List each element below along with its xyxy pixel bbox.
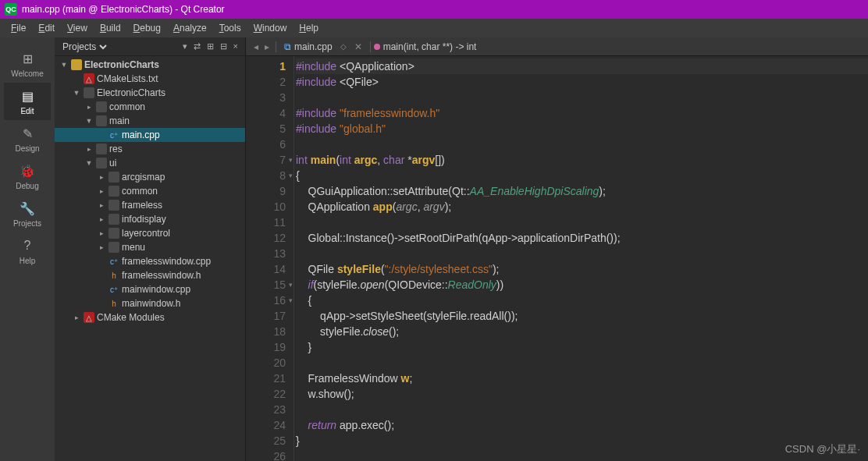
line-number[interactable]: 26 [246,449,286,461]
pane-selector[interactable]: Projects [59,41,109,53]
tree-item[interactable]: hframelesswindow.h [55,268,245,282]
code-line[interactable]: int main(int argc, char *argv[]) [296,152,868,168]
code-line[interactable] [296,246,868,261]
tree-item[interactable]: ▸res [55,142,245,156]
code-line[interactable]: FramelessWindow w; [296,371,868,386]
expand-arrow-icon[interactable]: ▸ [84,103,94,111]
fold-icon[interactable]: ▾ [289,277,293,293]
tree-item[interactable]: c⁺framelesswindow.cpp [55,254,245,268]
line-number[interactable]: 5 [246,121,286,137]
code-line[interactable]: Global::Instance()->setRootDirPath(qApp-… [296,230,868,246]
line-number[interactable]: 13 [246,246,286,261]
tree-item[interactable]: ▸arcgismap [55,170,245,184]
code-line[interactable] [296,449,868,461]
tree-item[interactable]: ▸common [55,184,245,198]
line-number[interactable]: 1 [246,59,286,74]
menu-build[interactable]: Build [94,21,127,35]
expand-arrow-icon[interactable]: ▸ [97,243,106,251]
tree-item[interactable]: ▼ElectronicCharts [55,86,245,100]
expand-arrow-icon[interactable]: ▼ [84,117,94,125]
code-line[interactable]: styleFile.close(); [296,324,868,339]
line-number[interactable]: 3 [246,90,286,105]
fold-icon[interactable]: ▾ [289,168,293,183]
code-editor[interactable]: 123456▾7▾891011121314▾15▾161718192021222… [246,56,868,461]
expand-arrow-icon[interactable]: ▸ [97,187,106,195]
line-number[interactable]: 23 [246,402,286,417]
mode-edit[interactable]: ▤Edit [4,83,51,120]
code-line[interactable]: QApplication app(argc, argv); [296,199,868,215]
line-number[interactable]: 2 [246,74,286,90]
nav-fwd-icon[interactable]: ▸ [261,41,272,52]
expand-arrow-icon[interactable]: ▼ [72,89,81,97]
code-line[interactable]: QFile styleFile(":/style/stylesheet.css"… [296,261,868,277]
line-number[interactable]: 8 [246,168,286,183]
tree-item[interactable]: ▸menu [55,240,245,254]
line-number[interactable]: 18 [246,324,286,339]
tree-item[interactable]: hmainwindow.h [55,296,245,310]
symbol-breadcrumb[interactable]: main(int, char **) -> int [374,41,477,52]
tree-item[interactable]: ▸△CMake Modules [55,310,245,324]
nav-back-icon[interactable]: ◂ [251,41,261,52]
expand-arrow-icon[interactable]: ▸ [97,201,106,209]
line-number[interactable]: 4 [246,105,286,121]
expand-arrow-icon[interactable]: ▸ [97,173,106,181]
menu-file[interactable]: File [5,21,32,35]
line-number[interactable]: 11 [246,215,286,230]
menu-debug[interactable]: Debug [127,21,167,35]
code-line[interactable] [296,137,868,152]
menu-window[interactable]: Window [247,21,293,35]
tree-item[interactable]: ▸layercontrol [55,226,245,240]
menu-tools[interactable]: Tools [213,21,247,35]
line-number[interactable]: 24 [246,417,286,433]
split-icon[interactable]: ⊟ [218,41,229,52]
tree-item[interactable]: ▸infodisplay [55,212,245,226]
code-line[interactable]: w.show(); [296,386,868,402]
menu-analyze[interactable]: Analyze [167,21,213,35]
menu-bar[interactable]: FileEditViewBuildDebugAnalyzeToolsWindow… [0,19,868,37]
code-line[interactable] [296,215,868,230]
line-number[interactable]: 6 [246,137,286,152]
code-line[interactable]: { [296,293,868,308]
tab-close-icon[interactable]: ✕ [350,41,367,52]
tree-item[interactable]: ▼ElectronicCharts [55,58,245,72]
tree-item[interactable]: ▸common [55,100,245,114]
project-tree[interactable]: ▼ElectronicCharts△CMakeLists.txt▼Electro… [55,56,245,461]
code-line[interactable]: #include <QApplication> [296,59,868,74]
line-number[interactable]: 10 [246,199,286,215]
fold-icon[interactable]: ▾ [289,152,293,168]
file-tab[interactable]: ⧉ main.cpp [279,41,337,52]
tree-item[interactable]: ▸frameless [55,198,245,212]
add-pane-icon[interactable]: ⊞ [205,41,216,52]
link-icon[interactable]: ⇄ [191,41,203,52]
line-number[interactable]: 25 [246,433,286,449]
tab-dropdown-icon[interactable]: ◇ [337,42,350,51]
line-number[interactable]: 16 [246,293,286,308]
code-content[interactable]: #include <QApplication>#include <QFile> … [294,56,868,461]
mode-design[interactable]: ✎Design [4,120,51,158]
line-number[interactable]: 12 [246,230,286,246]
tree-item[interactable]: c⁺main.cpp [55,128,245,142]
code-line[interactable]: { [296,168,868,183]
close-pane-icon[interactable]: × [231,41,240,52]
code-line[interactable]: qApp->setStyleSheet(styleFile.readAll())… [296,308,868,324]
expand-arrow-icon[interactable]: ▸ [97,215,106,223]
expand-arrow-icon[interactable]: ▸ [72,314,81,321]
code-line[interactable]: #include "global.h" [296,121,868,137]
mode-welcome[interactable]: ⊞Welcome [4,45,51,83]
line-number[interactable]: 21 [246,371,286,386]
code-line[interactable] [296,355,868,371]
code-line[interactable]: } [296,433,868,449]
expand-arrow-icon[interactable]: ▼ [59,61,69,69]
code-line[interactable] [296,402,868,417]
tree-item[interactable]: ▼ui [55,156,245,170]
code-line[interactable]: return app.exec(); [296,417,868,433]
line-number[interactable]: 17 [246,308,286,324]
code-line[interactable] [296,90,868,105]
mode-debug[interactable]: 🐞Debug [4,158,51,195]
line-number[interactable]: 22 [246,386,286,402]
code-line[interactable]: if(styleFile.open(QIODevice::ReadOnly)) [296,277,868,293]
line-number[interactable]: 19 [246,339,286,355]
line-number[interactable]: 7 [246,152,286,168]
code-line[interactable]: QGuiApplication::setAttribute(Qt::AA_Ena… [296,183,868,199]
menu-edit[interactable]: Edit [32,21,61,35]
